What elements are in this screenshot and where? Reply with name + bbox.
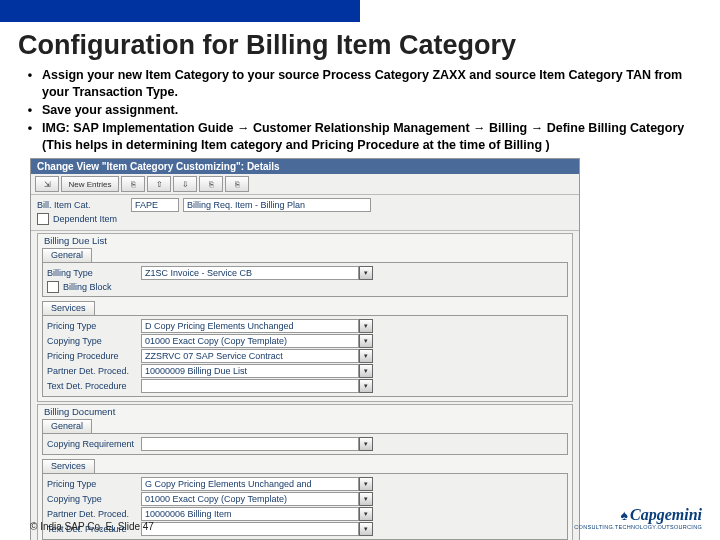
bullet-dot: • [18, 102, 42, 119]
dropdown-icon[interactable]: ▾ [359, 379, 373, 393]
field-input[interactable]: 10000006 Billing Item [141, 507, 359, 521]
toolbar-expand-button[interactable]: ⇲ [35, 176, 59, 192]
field-label: Billing Type [47, 268, 137, 278]
bullet-dot: • [18, 120, 42, 154]
slide-top-bar [0, 0, 360, 22]
toolbar-button[interactable]: ⎘ [121, 176, 145, 192]
tab-set: Services [38, 301, 572, 315]
tab-general[interactable]: General [42, 419, 92, 433]
dropdown-icon[interactable]: ▾ [359, 522, 373, 536]
list-item: Partner Det. Proced.10000006 Billing Ite… [47, 507, 563, 521]
list-item: Pricing TypeG Copy Pricing Elements Unch… [47, 477, 563, 491]
top-fields: Bill. Item Cat. FAPE Billing Req. Item -… [31, 195, 579, 231]
field-label: Pricing Type [47, 479, 137, 489]
field-label: Pricing Procedure [47, 351, 137, 361]
dropdown-icon[interactable]: ▾ [359, 492, 373, 506]
tab-general[interactable]: General [42, 248, 92, 262]
bullet-1: • Assign your new Item Category to your … [18, 67, 702, 101]
group-title: Billing Document [38, 405, 572, 418]
field-label: Billing Block [63, 282, 112, 292]
dropdown-icon[interactable]: ▾ [359, 507, 373, 521]
field-input[interactable] [141, 437, 359, 451]
dropdown-icon[interactable]: ▾ [359, 266, 373, 280]
dependent-item-row: Dependent Item [37, 213, 573, 225]
field-input[interactable]: 01000 Exact Copy (Copy Template) [141, 334, 359, 348]
toolbar-button[interactable]: ⎘ [199, 176, 223, 192]
sap-toolbar: ⇲ New Entries ⎘ ⇧ ⇩ ⎘ ⎘ [31, 174, 579, 195]
dropdown-icon[interactable]: ▾ [359, 334, 373, 348]
field-input[interactable] [141, 379, 359, 393]
field-input[interactable]: G Copy Pricing Elements Unchanged and Re… [141, 477, 359, 491]
tab-body-general: Copying Requirement ▾ [42, 433, 568, 455]
toolbar-new-entries-button[interactable]: New Entries [61, 176, 119, 192]
toolbar-button[interactable]: ⎘ [225, 176, 249, 192]
field-label: Bill. Item Cat. [37, 200, 127, 210]
dropdown-icon[interactable]: ▾ [359, 349, 373, 363]
footer-text: © India SAP Co. E, Slide 47 [30, 521, 154, 532]
list-item: Text Det. Procedure▾ [47, 379, 563, 393]
field-label: Copying Type [47, 494, 137, 504]
field-label: Partner Det. Proced. [47, 509, 137, 519]
spade-icon: ♠ [621, 507, 628, 523]
tab-body-general: Billing Type Z1SC Invoice - Service CB▾ … [42, 262, 568, 297]
logo-subtitle: CONSULTING.TECHNOLOGY.OUTSOURCING [574, 524, 702, 530]
dependent-item-checkbox[interactable] [37, 213, 49, 225]
tab-set: General [38, 419, 572, 433]
field-label: Partner Det. Proced. [47, 366, 137, 376]
field-label: Text Det. Procedure [47, 381, 137, 391]
field-input[interactable]: D Copy Pricing Elements Unchanged [141, 319, 359, 333]
field-label: Dependent Item [53, 214, 117, 224]
tab-services[interactable]: Services [42, 301, 95, 315]
bullets-block: • Assign your new Item Category to your … [0, 67, 720, 156]
billing-document-group: Billing Document General Copying Require… [37, 404, 573, 540]
bullet-2: • Save your assignment. [18, 102, 702, 119]
tab-services[interactable]: Services [42, 459, 95, 473]
group-title: Billing Due List [38, 234, 572, 247]
field-input[interactable] [141, 522, 359, 536]
copying-req-row: Copying Requirement ▾ [47, 437, 563, 451]
dropdown-icon[interactable]: ▾ [359, 364, 373, 378]
logo-name: Capgemini [630, 506, 702, 523]
bullet-3: • IMG: SAP Implementation Guide → Custom… [18, 120, 702, 154]
bill-item-cat-code[interactable]: FAPE [131, 198, 179, 212]
list-item: Copying Type01000 Exact Copy (Copy Templ… [47, 334, 563, 348]
bill-item-cat-desc: Billing Req. Item - Billing Plan [183, 198, 371, 212]
billing-block-row: Billing Block [47, 281, 563, 293]
field-input[interactable]: 10000009 Billing Due List [141, 364, 359, 378]
tab-body-services: Pricing TypeD Copy Pricing Elements Unch… [42, 315, 568, 397]
toolbar-button[interactable]: ⇩ [173, 176, 197, 192]
bullet-text: Assign your new Item Category to your so… [42, 67, 702, 101]
bullet-dot: • [18, 67, 42, 101]
tab-set: Services [38, 459, 572, 473]
list-item: Pricing TypeD Copy Pricing Elements Unch… [47, 319, 563, 333]
billing-type-row: Billing Type Z1SC Invoice - Service CB▾ [47, 266, 563, 280]
capgemini-logo: ♠Capgemini CONSULTING.TECHNOLOGY.OUTSOUR… [574, 506, 702, 530]
toolbar-button[interactable]: ⇧ [147, 176, 171, 192]
field-input[interactable]: ZZSRVC 07 SAP Service Contract [141, 349, 359, 363]
dropdown-icon[interactable]: ▾ [359, 319, 373, 333]
dropdown-icon[interactable]: ▾ [359, 437, 373, 451]
sap-window-title: Change View "Item Category Customizing":… [31, 159, 579, 174]
billing-type-input[interactable]: Z1SC Invoice - Service CB [141, 266, 359, 280]
field-label: Pricing Type [47, 321, 137, 331]
field-label: Copying Requirement [47, 439, 137, 449]
list-item: Copying Type01000 Exact Copy (Copy Templ… [47, 492, 563, 506]
billing-due-list-group: Billing Due List General Billing Type Z1… [37, 233, 573, 402]
bullet-text: Save your assignment. [42, 102, 702, 119]
tab-set: General [38, 248, 572, 262]
bill-item-cat-row: Bill. Item Cat. FAPE Billing Req. Item -… [37, 198, 573, 212]
list-item: Partner Det. Proced.10000009 Billing Due… [47, 364, 563, 378]
dropdown-icon[interactable]: ▾ [359, 477, 373, 491]
bullet-text: IMG: SAP Implementation Guide → Customer… [42, 120, 702, 154]
billing-block-checkbox[interactable] [47, 281, 59, 293]
sap-window: Change View "Item Category Customizing":… [30, 158, 580, 540]
list-item: Pricing ProcedureZZSRVC 07 SAP Service C… [47, 349, 563, 363]
field-input[interactable]: 01000 Exact Copy (Copy Template) [141, 492, 359, 506]
slide-title: Configuration for Billing Item Category [0, 22, 720, 67]
field-label: Copying Type [47, 336, 137, 346]
